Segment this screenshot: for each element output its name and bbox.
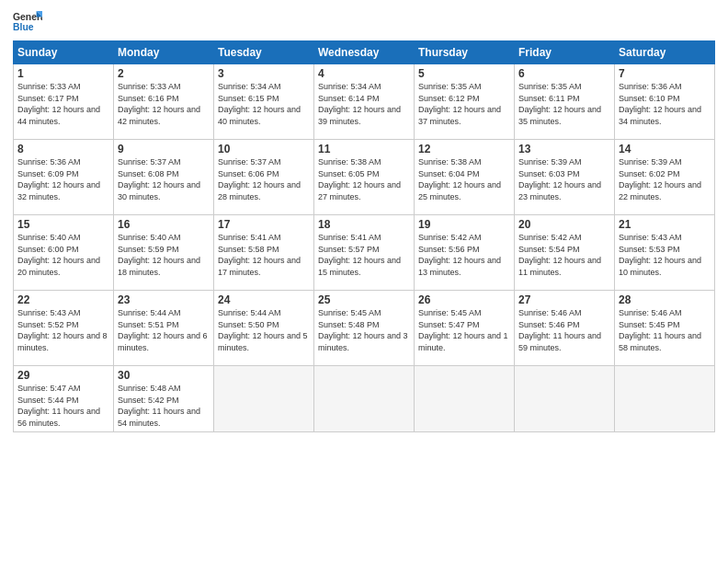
day-number: 13 bbox=[518, 143, 610, 155]
svg-text:Blue: Blue bbox=[13, 22, 34, 32]
day-number: 9 bbox=[118, 143, 210, 155]
day-info: Sunrise: 5:38 AMSunset: 6:05 PMDaylight:… bbox=[318, 156, 410, 202]
calendar-cell: 15Sunrise: 5:40 AMSunset: 6:00 PMDayligh… bbox=[14, 215, 114, 291]
calendar-table: SundayMondayTuesdayWednesdayThursdayFrid… bbox=[13, 40, 715, 432]
logo-icon: General Blue bbox=[13, 9, 42, 35]
day-number: 12 bbox=[418, 143, 510, 155]
main-container: General Blue SundayMondayTuesdayWednesda… bbox=[0, 0, 728, 442]
day-info: Sunrise: 5:34 AMSunset: 6:15 PMDaylight:… bbox=[218, 81, 310, 127]
day-number: 8 bbox=[17, 143, 109, 155]
calendar-cell: 1Sunrise: 5:33 AMSunset: 6:17 PMDaylight… bbox=[14, 64, 114, 140]
day-info: Sunrise: 5:43 AMSunset: 5:52 PMDaylight:… bbox=[17, 307, 109, 353]
day-info: Sunrise: 5:34 AMSunset: 6:14 PMDaylight:… bbox=[318, 81, 410, 127]
day-info: Sunrise: 5:47 AMSunset: 5:44 PMDaylight:… bbox=[17, 383, 109, 429]
day-number: 21 bbox=[619, 218, 711, 231]
day-number: 30 bbox=[118, 369, 210, 382]
day-info: Sunrise: 5:39 AMSunset: 6:03 PMDaylight:… bbox=[518, 156, 610, 202]
day-info: Sunrise: 5:44 AMSunset: 5:50 PMDaylight:… bbox=[218, 307, 310, 353]
day-info: Sunrise: 5:36 AMSunset: 6:10 PMDaylight:… bbox=[619, 81, 711, 127]
day-info: Sunrise: 5:33 AMSunset: 6:16 PMDaylight:… bbox=[118, 81, 210, 127]
day-number: 7 bbox=[619, 67, 711, 80]
day-number: 2 bbox=[118, 67, 210, 80]
day-info: Sunrise: 5:48 AMSunset: 5:42 PMDaylight:… bbox=[118, 383, 210, 429]
day-info: Sunrise: 5:35 AMSunset: 6:12 PMDaylight:… bbox=[418, 81, 510, 127]
calendar-cell: 12Sunrise: 5:38 AMSunset: 6:04 PMDayligh… bbox=[415, 140, 515, 215]
day-number: 29 bbox=[17, 369, 109, 382]
calendar-cell: 2Sunrise: 5:33 AMSunset: 6:16 PMDaylight… bbox=[114, 64, 214, 140]
week-row-4: 22Sunrise: 5:43 AMSunset: 5:52 PMDayligh… bbox=[14, 291, 715, 366]
header: General Blue bbox=[13, 9, 715, 35]
weekday-header-monday: Monday bbox=[114, 41, 214, 64]
day-info: Sunrise: 5:44 AMSunset: 5:51 PMDaylight:… bbox=[118, 307, 210, 353]
day-info: Sunrise: 5:35 AMSunset: 6:11 PMDaylight:… bbox=[518, 81, 610, 127]
day-number: 4 bbox=[318, 67, 410, 80]
calendar-cell: 19Sunrise: 5:42 AMSunset: 5:56 PMDayligh… bbox=[415, 215, 515, 291]
logo: General Blue bbox=[13, 9, 42, 35]
calendar-cell: 29Sunrise: 5:47 AMSunset: 5:44 PMDayligh… bbox=[14, 366, 114, 432]
day-info: Sunrise: 5:45 AMSunset: 5:47 PMDaylight:… bbox=[418, 307, 510, 353]
day-info: Sunrise: 5:41 AMSunset: 5:58 PMDaylight:… bbox=[218, 232, 310, 278]
day-number: 18 bbox=[318, 218, 410, 231]
calendar-cell bbox=[515, 366, 615, 432]
day-info: Sunrise: 5:40 AMSunset: 5:59 PMDaylight:… bbox=[118, 232, 210, 278]
calendar-cell: 23Sunrise: 5:44 AMSunset: 5:51 PMDayligh… bbox=[114, 291, 214, 366]
weekday-header-tuesday: Tuesday bbox=[214, 41, 314, 64]
calendar-cell: 10Sunrise: 5:37 AMSunset: 6:06 PMDayligh… bbox=[214, 140, 314, 215]
week-row-1: 1Sunrise: 5:33 AMSunset: 6:17 PMDaylight… bbox=[14, 64, 715, 140]
day-number: 11 bbox=[318, 143, 410, 155]
calendar-cell: 4Sunrise: 5:34 AMSunset: 6:14 PMDaylight… bbox=[314, 64, 415, 140]
calendar-cell bbox=[415, 366, 515, 432]
calendar-cell: 6Sunrise: 5:35 AMSunset: 6:11 PMDaylight… bbox=[515, 64, 615, 140]
day-info: Sunrise: 5:33 AMSunset: 6:17 PMDaylight:… bbox=[17, 81, 109, 127]
calendar-cell: 9Sunrise: 5:37 AMSunset: 6:08 PMDaylight… bbox=[114, 140, 214, 215]
day-info: Sunrise: 5:46 AMSunset: 5:46 PMDaylight:… bbox=[518, 307, 610, 353]
day-number: 1 bbox=[17, 67, 109, 80]
calendar-cell: 14Sunrise: 5:39 AMSunset: 6:02 PMDayligh… bbox=[615, 140, 715, 215]
day-info: Sunrise: 5:40 AMSunset: 6:00 PMDaylight:… bbox=[17, 232, 109, 278]
calendar-cell: 3Sunrise: 5:34 AMSunset: 6:15 PMDaylight… bbox=[214, 64, 314, 140]
week-row-3: 15Sunrise: 5:40 AMSunset: 6:00 PMDayligh… bbox=[14, 215, 715, 291]
calendar-cell: 27Sunrise: 5:46 AMSunset: 5:46 PMDayligh… bbox=[515, 291, 615, 366]
calendar-cell: 18Sunrise: 5:41 AMSunset: 5:57 PMDayligh… bbox=[314, 215, 415, 291]
calendar-cell: 21Sunrise: 5:43 AMSunset: 5:53 PMDayligh… bbox=[615, 215, 715, 291]
day-number: 6 bbox=[518, 67, 610, 80]
day-info: Sunrise: 5:43 AMSunset: 5:53 PMDaylight:… bbox=[619, 232, 711, 278]
calendar-cell: 8Sunrise: 5:36 AMSunset: 6:09 PMDaylight… bbox=[14, 140, 114, 215]
day-number: 14 bbox=[619, 143, 711, 155]
day-number: 15 bbox=[17, 218, 109, 231]
calendar-cell: 30Sunrise: 5:48 AMSunset: 5:42 PMDayligh… bbox=[114, 366, 214, 432]
day-info: Sunrise: 5:37 AMSunset: 6:06 PMDaylight:… bbox=[218, 156, 310, 202]
day-number: 27 bbox=[518, 293, 610, 306]
day-number: 23 bbox=[118, 293, 210, 306]
day-info: Sunrise: 5:45 AMSunset: 5:48 PMDaylight:… bbox=[318, 307, 410, 353]
week-row-5: 29Sunrise: 5:47 AMSunset: 5:44 PMDayligh… bbox=[14, 366, 715, 432]
day-info: Sunrise: 5:42 AMSunset: 5:56 PMDaylight:… bbox=[418, 232, 510, 278]
day-number: 22 bbox=[17, 293, 109, 306]
day-number: 10 bbox=[218, 143, 310, 155]
calendar-cell: 22Sunrise: 5:43 AMSunset: 5:52 PMDayligh… bbox=[14, 291, 114, 366]
day-info: Sunrise: 5:46 AMSunset: 5:45 PMDaylight:… bbox=[619, 307, 711, 353]
weekday-header-friday: Friday bbox=[515, 41, 615, 64]
calendar-cell: 7Sunrise: 5:36 AMSunset: 6:10 PMDaylight… bbox=[615, 64, 715, 140]
calendar-cell: 16Sunrise: 5:40 AMSunset: 5:59 PMDayligh… bbox=[114, 215, 214, 291]
day-number: 25 bbox=[318, 293, 410, 306]
calendar-cell: 24Sunrise: 5:44 AMSunset: 5:50 PMDayligh… bbox=[214, 291, 314, 366]
weekday-header-wednesday: Wednesday bbox=[314, 41, 415, 64]
weekday-header-row: SundayMondayTuesdayWednesdayThursdayFrid… bbox=[14, 41, 715, 64]
day-number: 17 bbox=[218, 218, 310, 231]
calendar-cell bbox=[615, 366, 715, 432]
day-info: Sunrise: 5:36 AMSunset: 6:09 PMDaylight:… bbox=[17, 156, 109, 202]
week-row-2: 8Sunrise: 5:36 AMSunset: 6:09 PMDaylight… bbox=[14, 140, 715, 215]
calendar-cell: 28Sunrise: 5:46 AMSunset: 5:45 PMDayligh… bbox=[615, 291, 715, 366]
day-info: Sunrise: 5:38 AMSunset: 6:04 PMDaylight:… bbox=[418, 156, 510, 202]
day-info: Sunrise: 5:39 AMSunset: 6:02 PMDaylight:… bbox=[619, 156, 711, 202]
day-info: Sunrise: 5:42 AMSunset: 5:54 PMDaylight:… bbox=[518, 232, 610, 278]
day-number: 26 bbox=[418, 293, 510, 306]
calendar-cell: 17Sunrise: 5:41 AMSunset: 5:58 PMDayligh… bbox=[214, 215, 314, 291]
day-number: 28 bbox=[619, 293, 711, 306]
day-number: 19 bbox=[418, 218, 510, 231]
weekday-header-sunday: Sunday bbox=[14, 41, 114, 64]
day-number: 24 bbox=[218, 293, 310, 306]
calendar-cell: 5Sunrise: 5:35 AMSunset: 6:12 PMDaylight… bbox=[415, 64, 515, 140]
day-number: 5 bbox=[418, 67, 510, 80]
